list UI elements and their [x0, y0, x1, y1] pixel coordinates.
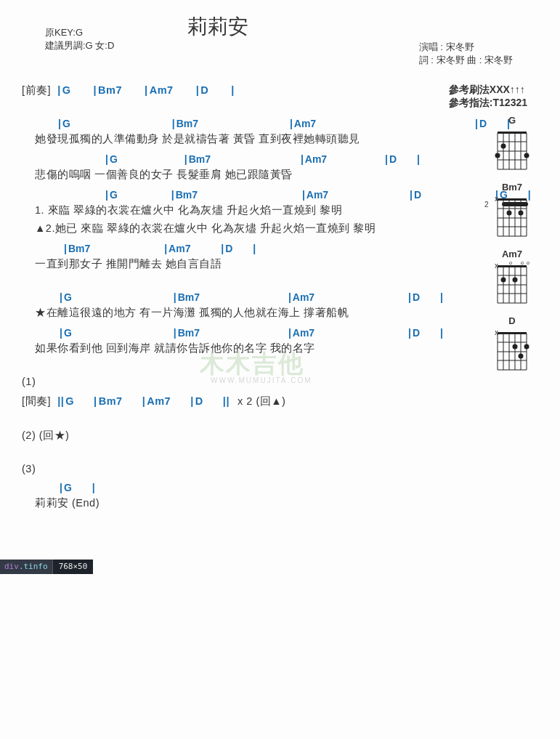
bridge-line: |G |Bm7 |Am7 |D | 如果你看到他 回到海岸 就請你告訴他你的名字…: [22, 327, 458, 355]
ref-strum-label: 參考刷法XXX↑↑↑: [449, 84, 525, 95]
mute-marker: x: [495, 262, 498, 270]
svg-point-42: [513, 278, 518, 283]
lyricist-composer-label: 詞 : 宋冬野 曲 : 宋冬野: [419, 54, 513, 65]
chorus-line: |Bm7 |Am7 |D | 一直到那女子 推開門離去 她自言自語: [22, 243, 458, 271]
suggested-key-label: 建議男調:G 女:D: [45, 40, 114, 51]
svg-point-13: [524, 153, 529, 158]
svg-rect-31: [498, 265, 527, 267]
svg-point-26: [507, 211, 512, 216]
svg-point-11: [501, 144, 506, 149]
svg-rect-14: [498, 198, 527, 201]
svg-rect-25: [502, 202, 528, 206]
lyric-text: 如果你看到他 回到海岸 就請你告訴他你的名字 我的名字: [22, 342, 458, 355]
svg-point-55: [513, 344, 518, 350]
svg-text:o: o: [509, 261, 512, 265]
fretboard-icon: [492, 127, 532, 172]
devtools-selector: div.tinfo: [0, 560, 52, 574]
reference-box: 參考刷法XXX↑↑↑ 參考指法:T12321: [449, 83, 527, 109]
devtools-size: 768×50: [52, 560, 94, 574]
chord-label: Bm7: [486, 182, 538, 193]
chord: Am7: [150, 84, 174, 96]
ref-finger-label: 參考指法:T12321: [449, 97, 527, 108]
svg-point-43: [501, 278, 506, 283]
svg-rect-0: [498, 132, 527, 134]
performer-label: 演唱 : 宋冬野: [419, 41, 474, 52]
lyric-text: ★在離這很遠的地方 有一片海灘 孤獨的人他就在海上 撐著船帆: [22, 306, 458, 320]
chord-sheet: [前奏] |G |Bm7 |Am7 |D | |G |Bm7 |Am7 |D |: [0, 73, 458, 510]
barline: |: [57, 84, 61, 96]
barline: |: [231, 84, 235, 96]
chord-diagram-am7: Am7 x ooo: [486, 249, 538, 306]
lyric-text: ▲2.她已 來臨 翠綠的衣裳在爐火中 化為灰燼 升起火焰一直燒到 黎明: [22, 222, 458, 235]
intro-line: [前奏] |G |Bm7 |Am7 |D |: [22, 84, 458, 97]
page-root: 莉莉安 原KEY:G 建議男調:G 女:D 演唱 : 宋冬野 詞 : 宋冬野 曲…: [0, 0, 560, 739]
svg-point-57: [519, 354, 524, 359]
svg-point-12: [495, 153, 500, 158]
chord-diagram-d: D x: [486, 315, 538, 373]
svg-text:o: o: [527, 261, 529, 265]
chorus-line: |G |Bm7 |Am7 |D |G | 1. 來臨 翠綠的衣裳在爐火中 化為灰…: [22, 189, 458, 235]
repeat-marker: (3): [22, 463, 458, 475]
barline: |: [196, 84, 200, 96]
interlude-line: [間奏] ||G |Bm7 |Am7 |D || x 2 (回▲): [22, 395, 458, 408]
lyric-text: 她發現孤獨的人準備動身 於是就禱告著 黃昏 直到夜裡她轉頭聽見: [22, 132, 458, 146]
section-label: [前奏]: [22, 84, 51, 96]
lyric-text: 1. 來臨 翠綠的衣裳在爐火中 化為灰燼 升起火焰一直燒到 黎明: [22, 203, 458, 217]
barline: |: [94, 84, 97, 96]
ending-line: |G | 莉莉安 (End): [22, 482, 458, 510]
chord: Bm7: [98, 84, 122, 96]
lyric-text: 一直到那女子 推開門離去 她自言自語: [22, 257, 458, 271]
verse-line: |G |Bm7 |Am7 |D | 她發現孤獨的人準備動身 於是就禱告著 黃昏 …: [22, 118, 458, 146]
repeat-marker: (2) (回★): [22, 429, 458, 443]
svg-text:o: o: [521, 261, 524, 265]
credits: 演唱 : 宋冬野 詞 : 宋冬野 曲 : 宋冬野: [419, 41, 513, 67]
chord-diagram-bm7: Bm7 x 2: [486, 182, 538, 239]
lyric-text: 莉莉安 (End): [22, 496, 458, 510]
key-info: 原KEY:G 建議男調:G 女:D: [45, 26, 114, 52]
mute-marker: x: [495, 328, 498, 336]
svg-point-27: [519, 211, 524, 216]
chord-diagram-g: G: [486, 115, 538, 172]
chord: G: [62, 84, 71, 96]
chord-label: D: [486, 315, 538, 326]
svg-rect-44: [498, 332, 527, 334]
chord-label: Am7: [486, 249, 538, 259]
verse-line: |G |Bm7 |Am7 |D | 悲傷的嗚咽 一個善良的女子 長髮垂肩 她已跟…: [22, 153, 458, 182]
fret-number: 2: [484, 201, 489, 209]
original-key-label: 原KEY:G: [45, 27, 83, 38]
chord-label: G: [486, 115, 538, 126]
repeat-marker: (1): [22, 376, 458, 387]
lyric-text: 悲傷的嗚咽 一個善良的女子 長髮垂肩 她已跟隨黃昏: [22, 168, 458, 182]
svg-point-56: [524, 344, 529, 350]
bridge-line: |G |Bm7 |Am7 |D | ★在離這很遠的地方 有一片海灘 孤獨的人他就…: [22, 291, 458, 320]
barline: |: [145, 84, 148, 96]
devtools-element-inspector[interactable]: div.tinfo 768×50: [0, 560, 93, 574]
chord: D: [200, 84, 208, 96]
mute-marker: x: [495, 195, 498, 203]
header: 莉莉安 原KEY:G 建議男調:G 女:D 演唱 : 宋冬野 詞 : 宋冬野 曲…: [0, 0, 560, 73]
